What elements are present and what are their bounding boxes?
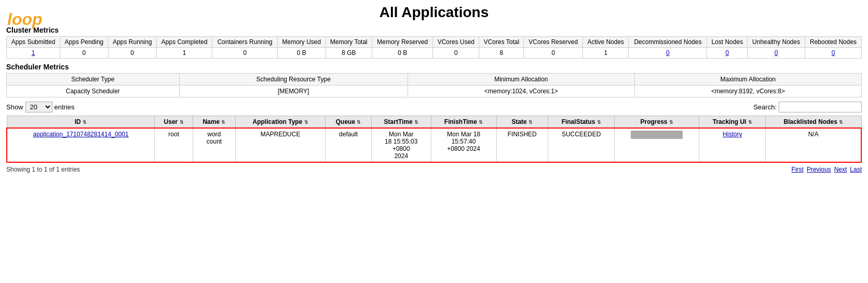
cluster-metric-value[interactable]: 0 <box>629 48 707 59</box>
table-controls: Show 10202550100 entries Search: <box>6 102 862 112</box>
app-type-cell: MAPREDUCE <box>236 128 326 162</box>
cluster-metric-value: 0 <box>524 48 583 59</box>
search-label: Search: <box>753 103 777 111</box>
sort-icon: ⇅ <box>479 120 483 125</box>
sort-icon: ⇅ <box>528 120 533 125</box>
cluster-metric-value: 0 <box>433 48 479 59</box>
last-page-link[interactable]: Last <box>850 166 862 173</box>
cluster-metric-value: 8 <box>479 48 524 59</box>
sort-icon: ⇅ <box>748 120 752 125</box>
entries-select[interactable]: 10202550100 <box>25 102 52 112</box>
scheduler-metrics-title: Scheduler Metrics <box>6 63 862 71</box>
cluster-metric-header: Decommissioned Nodes <box>629 37 707 48</box>
search-box: Search: <box>753 102 862 112</box>
scheduler-metric-value: <memory:8192, vCores:8> <box>634 86 861 97</box>
apps-column-header[interactable]: State ⇅ <box>496 116 548 129</box>
show-label: Show <box>6 103 23 111</box>
next-page-link[interactable]: Next <box>834 166 847 173</box>
apps-column-header[interactable]: Blacklisted Nodes ⇅ <box>766 116 861 129</box>
app-tracking-cell: History <box>699 128 766 162</box>
cluster-metric-header: Rebooted Nodes <box>805 37 862 48</box>
progress-bar <box>631 131 683 139</box>
logo: loop <box>6 4 53 30</box>
apps-table: ID ⇅User ⇅Name ⇅Application Type ⇅Queue … <box>6 116 862 163</box>
apps-table-header: ID ⇅User ⇅Name ⇅Application Type ⇅Queue … <box>7 116 861 129</box>
previous-page-link[interactable]: Previous <box>807 166 831 173</box>
cluster-metric-header: VCores Used <box>433 37 479 48</box>
app-finish-time-cell: Mon Mar 1815:57:40+0800 2024 <box>431 128 496 162</box>
showing-entries-text: Showing 1 to 1 of 1 entries <box>6 166 80 173</box>
cluster-metric-value: 0 <box>212 48 278 59</box>
first-page-link[interactable]: First <box>792 166 804 173</box>
cluster-metric-value: 1 <box>583 48 629 59</box>
cluster-metric-value: 0 <box>60 48 108 59</box>
cluster-metric-header: Lost Nodes <box>707 37 748 48</box>
table-footer: Showing 1 to 1 of 1 entries First Previo… <box>6 166 862 173</box>
sort-icon: ⇅ <box>597 120 601 125</box>
app-final-status-cell: SUCCEEDED <box>548 128 615 162</box>
scheduler-metric-value: Capacity Scheduler <box>7 86 180 97</box>
apps-column-header[interactable]: Name ⇅ <box>193 116 235 129</box>
cluster-metric-header: Apps Completed <box>157 37 212 48</box>
scheduler-metric-value: [MEMORY] <box>179 86 408 97</box>
apps-column-header[interactable]: FinishTime ⇅ <box>431 116 496 129</box>
cluster-metric-value[interactable]: 0 <box>805 48 862 59</box>
scheduler-metric-value: <memory:1024, vCores:1> <box>408 86 634 97</box>
cluster-metric-header: Apps Running <box>108 37 156 48</box>
scheduler-metrics-table: Scheduler TypeScheduling Resource TypeMi… <box>6 73 862 97</box>
apps-column-header[interactable]: Application Type ⇅ <box>236 116 326 129</box>
cluster-metrics-title: Cluster Metrics <box>6 26 862 34</box>
apps-column-header[interactable]: User ⇅ <box>155 116 193 129</box>
apps-column-header[interactable]: FinalStatus ⇅ <box>548 116 615 129</box>
sort-icon: ⇅ <box>180 120 184 125</box>
sort-icon: ⇅ <box>669 120 673 125</box>
apps-table-body: application_1710748281414_0001rootwordco… <box>7 128 861 162</box>
cluster-metric-value[interactable]: 0 <box>748 48 805 59</box>
cluster-metric-header: Apps Submitted <box>7 37 60 48</box>
cluster-metrics-section: Cluster Metrics Apps SubmittedApps Pendi… <box>6 26 862 59</box>
cluster-metric-header: Containers Running <box>212 37 278 48</box>
pagination: First Previous Next Last <box>792 166 862 173</box>
cluster-metric-value: 8 GB <box>326 48 372 59</box>
cluster-metrics-table: Apps SubmittedApps PendingApps RunningAp… <box>6 36 862 59</box>
app-id-cell: application_1710748281414_0001 <box>7 128 155 162</box>
app-start-time-cell: Mon Mar18 15:55:03+08002024 <box>372 128 431 162</box>
sort-icon: ⇅ <box>304 120 308 125</box>
cluster-metric-value: 0 B <box>278 48 326 59</box>
scheduler-metric-header: Scheduler Type <box>7 74 180 86</box>
apps-column-header[interactable]: ID ⇅ <box>7 116 155 129</box>
scheduler-metric-header: Maximum Allocation <box>634 74 861 86</box>
app-blacklisted-cell: N/A <box>766 128 861 162</box>
apps-column-header[interactable]: StartTime ⇅ <box>372 116 431 129</box>
cluster-metric-value[interactable]: 0 <box>707 48 748 59</box>
cluster-metric-value: 0 B <box>372 48 433 59</box>
cluster-metric-header: Unhealthy Nodes <box>748 37 805 48</box>
cluster-metric-value[interactable]: 1 <box>7 48 60 59</box>
cluster-metric-header: VCores Reserved <box>524 37 583 48</box>
scheduler-metric-header: Scheduling Resource Type <box>179 74 408 86</box>
cluster-metric-header: VCores Total <box>479 37 524 48</box>
app-queue-cell: default <box>326 128 372 162</box>
app-id-link[interactable]: application_1710748281414_0001 <box>33 131 129 138</box>
cluster-metric-header: Memory Used <box>278 37 326 48</box>
scheduler-metrics-section: Scheduler Metrics Scheduler TypeScheduli… <box>6 63 862 97</box>
apps-column-header[interactable]: Progress ⇅ <box>615 116 699 129</box>
cluster-metric-header: Memory Total <box>326 37 372 48</box>
cluster-metric-header: Active Nodes <box>583 37 629 48</box>
cluster-metric-header: Apps Pending <box>60 37 108 48</box>
tracking-ui-link[interactable]: History <box>723 131 742 138</box>
app-name-cell: wordcount <box>193 128 235 162</box>
search-input[interactable] <box>779 102 862 112</box>
svg-text:loop: loop <box>7 10 43 29</box>
cluster-metric-header: Memory Reserved <box>372 37 433 48</box>
cluster-metric-value: 0 <box>108 48 156 59</box>
sort-icon: ⇅ <box>83 120 87 125</box>
apps-column-header[interactable]: Queue ⇅ <box>326 116 372 129</box>
sort-icon: ⇅ <box>414 120 418 125</box>
apps-column-header[interactable]: Tracking UI ⇅ <box>699 116 766 129</box>
page-header: loop All Applications <box>6 4 862 21</box>
entries-label: entries <box>55 103 75 111</box>
cluster-metric-value: 1 <box>157 48 212 59</box>
sort-icon: ⇅ <box>221 120 225 125</box>
app-progress-cell <box>615 128 699 162</box>
